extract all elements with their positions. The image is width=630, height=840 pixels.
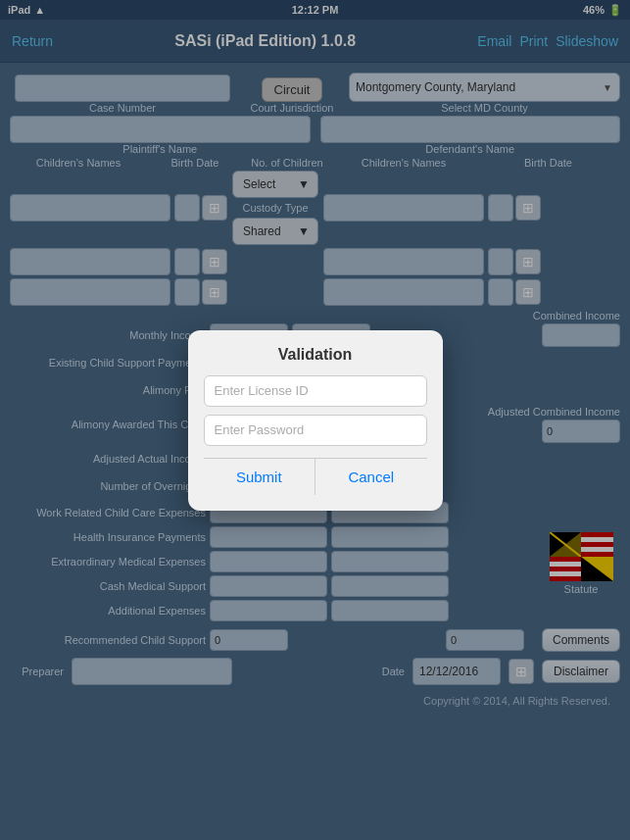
submit-button[interactable]: Submit: [204, 459, 316, 495]
modal-buttons: Submit Cancel: [204, 458, 427, 495]
cancel-button[interactable]: Cancel: [315, 459, 427, 495]
modal-title: Validation: [204, 346, 427, 364]
modal-overlay[interactable]: Validation Submit Cancel: [0, 0, 630, 840]
license-id-input[interactable]: [204, 375, 427, 407]
validation-modal: Validation Submit Cancel: [188, 330, 443, 511]
password-input[interactable]: [204, 415, 427, 446]
